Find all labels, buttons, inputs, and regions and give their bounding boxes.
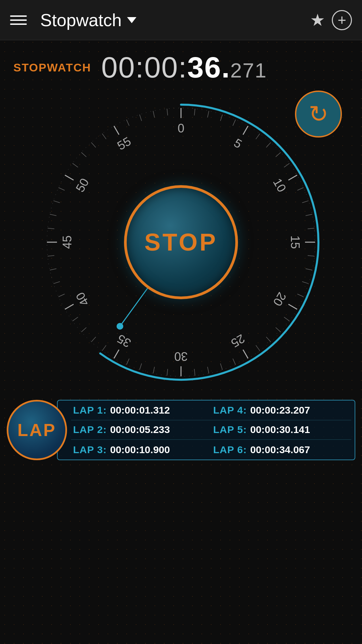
svg-line-21: [308, 256, 314, 256]
svg-line-67: [114, 126, 119, 135]
svg-line-59: [54, 201, 60, 203]
svg-line-53: [50, 269, 57, 270]
lap-time: 00:00:05.233: [110, 424, 170, 435]
svg-line-31: [243, 350, 248, 358]
svg-line-7: [243, 126, 248, 135]
title-text: Stopwatch: [40, 10, 122, 30]
stopwatch-label: STOPWATCH: [13, 61, 91, 74]
lap-time: 00:00:30.141: [250, 424, 310, 435]
svg-line-63: [72, 163, 78, 167]
plus-icon: +: [338, 13, 346, 28]
time-ms: 271: [230, 59, 267, 82]
svg-text:15: 15: [288, 235, 302, 249]
svg-line-35: [207, 367, 209, 374]
stop-button[interactable]: STOP: [124, 185, 238, 299]
app-header: Stopwatch ★ +: [0, 0, 362, 40]
svg-line-27: [284, 317, 289, 321]
svg-line-65: [91, 143, 96, 148]
svg-line-72: [167, 109, 168, 115]
svg-line-36: [194, 369, 195, 376]
svg-line-41: [139, 363, 141, 370]
lap-row: LAP 2:00:00:05.233: [71, 420, 211, 440]
svg-line-10: [266, 143, 270, 148]
svg-line-9: [256, 133, 260, 139]
svg-line-18: [308, 228, 314, 229]
favorites-star-icon[interactable]: ★: [310, 10, 325, 30]
svg-line-51: [59, 294, 65, 297]
svg-line-57: [48, 228, 54, 229]
svg-line-3: [194, 109, 195, 115]
svg-line-40: [153, 367, 155, 374]
lap-name: LAP 6:: [213, 444, 247, 455]
svg-line-28: [276, 327, 281, 332]
time-seconds: 36.: [187, 51, 230, 84]
svg-line-60: [59, 187, 65, 190]
svg-line-45: [102, 345, 106, 351]
svg-text:40: 40: [73, 290, 92, 308]
time-area: STOPWATCH 00:00:36.271: [0, 50, 362, 85]
lap-time: 00:00:01.312: [110, 405, 170, 416]
svg-line-46: [91, 337, 96, 342]
svg-line-6: [233, 120, 236, 126]
svg-text:20: 20: [270, 290, 289, 308]
svg-text:0: 0: [178, 121, 184, 135]
lap-section: LAP LAP 1:00:00:01.312LAP 4:00:00:23.207…: [7, 400, 355, 460]
svg-line-47: [81, 327, 86, 332]
header-actions: ★ +: [310, 10, 352, 30]
svg-line-11: [276, 152, 281, 157]
add-button[interactable]: +: [332, 10, 352, 30]
svg-line-64: [81, 152, 86, 157]
svg-line-48: [72, 317, 78, 321]
svg-line-12: [284, 163, 289, 167]
svg-line-24: [297, 294, 303, 297]
svg-line-52: [54, 281, 60, 283]
svg-line-58: [50, 214, 57, 216]
svg-line-54: [48, 256, 54, 256]
time-display: 00:00:36.271: [101, 50, 267, 85]
dropdown-arrow-icon[interactable]: [127, 17, 136, 23]
svg-line-25: [288, 304, 297, 309]
svg-text:45: 45: [60, 235, 74, 249]
svg-line-13: [288, 175, 297, 180]
svg-line-43: [114, 350, 119, 358]
reset-icon: ↻: [309, 100, 328, 128]
svg-line-69: [126, 120, 129, 126]
svg-line-49: [65, 304, 74, 309]
lap-name: LAP 1:: [73, 405, 107, 416]
lap-time: 00:00:34.067: [250, 444, 310, 455]
svg-line-70: [139, 115, 141, 121]
lap-times-grid: LAP 1:00:00:01.312LAP 4:00:00:23.207LAP …: [57, 400, 355, 460]
svg-text:10: 10: [270, 176, 289, 194]
main-content: STOPWATCH 00:00:36.271 ↻ 051015202530354…: [0, 40, 362, 460]
svg-line-33: [233, 359, 236, 365]
svg-text:25: 25: [229, 332, 247, 351]
svg-line-23: [302, 281, 308, 283]
svg-line-15: [297, 187, 303, 190]
stop-label: STOP: [144, 228, 218, 256]
lap-name: LAP 5:: [213, 424, 247, 435]
svg-line-22: [306, 269, 312, 270]
lap-time: 00:00:23.207: [250, 405, 310, 416]
svg-line-66: [102, 133, 106, 139]
lap-row: LAP 5:00:00:30.141: [211, 420, 351, 440]
svg-line-5: [220, 115, 222, 121]
svg-text:30: 30: [174, 350, 188, 363]
lap-name: LAP 2:: [73, 424, 107, 435]
lap-row: LAP 6:00:00:34.067: [211, 440, 351, 460]
lap-name: LAP 3:: [73, 444, 107, 455]
lap-time: 00:00:10.900: [110, 444, 170, 455]
lap-row: LAP 1:00:00:01.312: [71, 400, 211, 420]
app-title: Stopwatch: [40, 10, 136, 30]
lap-label: LAP: [17, 420, 56, 440]
lap-button[interactable]: LAP: [7, 400, 67, 460]
reset-button[interactable]: ↻: [295, 91, 342, 138]
svg-text:50: 50: [73, 176, 92, 194]
svg-line-39: [167, 369, 168, 376]
menu-button[interactable]: [10, 15, 27, 25]
svg-line-71: [153, 111, 155, 118]
svg-text:35: 35: [115, 332, 133, 351]
lap-name: LAP 4:: [213, 405, 247, 416]
dial-container: 0510152025303540455055 STOP: [30, 91, 332, 393]
time-hh-mm: 00:00:: [101, 51, 187, 84]
svg-line-30: [256, 345, 260, 351]
